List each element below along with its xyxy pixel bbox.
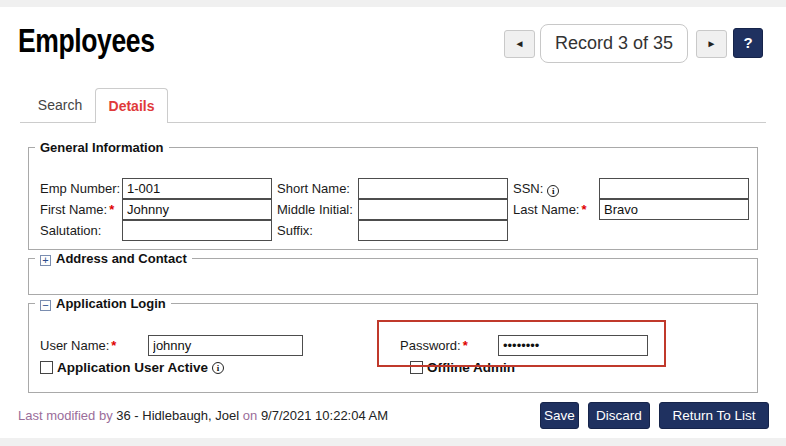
short-name-field[interactable] bbox=[358, 178, 508, 199]
emp-number-field[interactable] bbox=[122, 178, 272, 199]
suffix-field[interactable] bbox=[358, 220, 508, 241]
general-information-grid: Emp Number:* Short Name: SSN:i First Nam… bbox=[29, 155, 757, 241]
password-field[interactable] bbox=[498, 335, 648, 356]
user-name-field[interactable] bbox=[148, 335, 303, 356]
application-login-section: −Application Login User Name:* Password:… bbox=[28, 296, 758, 393]
return-to-list-button[interactable]: Return To List bbox=[659, 402, 769, 429]
required-marker: * bbox=[581, 202, 586, 217]
general-information-legend: General Information bbox=[35, 140, 169, 155]
application-login-grid: User Name:* Password:* bbox=[29, 311, 757, 356]
expand-icon[interactable]: + bbox=[40, 255, 51, 266]
offline-admin-checkbox[interactable] bbox=[410, 361, 423, 374]
application-user-active-label: Application User Active bbox=[57, 360, 208, 375]
required-marker: * bbox=[111, 338, 116, 353]
user-name-label: User Name:* bbox=[40, 335, 148, 353]
first-name-field[interactable] bbox=[122, 199, 272, 220]
required-marker: * bbox=[463, 338, 468, 353]
application-login-legend: −Application Login bbox=[35, 296, 171, 311]
record-counter: Record 3 of 35 bbox=[540, 24, 688, 63]
required-marker: * bbox=[109, 202, 114, 217]
ssn-field[interactable] bbox=[599, 178, 749, 199]
offline-admin-group: Offline Admin bbox=[410, 360, 515, 375]
last-name-field[interactable] bbox=[599, 199, 749, 220]
modified-timestamp: 9/7/2021 10:22:04 AM bbox=[261, 408, 388, 423]
modified-prefix: Last modified by bbox=[18, 408, 113, 423]
first-name-label: First Name:* bbox=[40, 199, 122, 217]
salutation-label: Salutation: bbox=[40, 220, 122, 238]
short-name-label: Short Name: bbox=[277, 178, 358, 196]
middle-initial-field[interactable] bbox=[358, 199, 508, 220]
application-user-active-checkbox[interactable] bbox=[40, 361, 53, 374]
footer-buttons: Save Discard Return To List bbox=[540, 402, 769, 429]
ssn-label: SSN:i bbox=[513, 178, 599, 197]
address-and-contact-section: +Address and Contact bbox=[28, 251, 758, 295]
page-title: Employees bbox=[18, 21, 155, 60]
suffix-label: Suffix: bbox=[277, 220, 358, 238]
salutation-field[interactable] bbox=[122, 220, 272, 241]
address-and-contact-legend: +Address and Contact bbox=[35, 251, 192, 266]
collapse-icon[interactable]: − bbox=[40, 300, 51, 311]
modified-on: on bbox=[243, 408, 257, 423]
middle-initial-label: Middle Initial: bbox=[277, 199, 358, 217]
tab-details[interactable]: Details bbox=[95, 88, 168, 123]
general-information-section: General Information Emp Number:* Short N… bbox=[28, 140, 758, 250]
previous-arrow-icon: ◄ bbox=[515, 38, 525, 49]
next-arrow-icon: ► bbox=[707, 38, 717, 49]
discard-button[interactable]: Discard bbox=[588, 402, 650, 429]
last-name-label: Last Name:* bbox=[513, 199, 599, 217]
offline-admin-label: Offline Admin bbox=[427, 360, 515, 375]
login-checkbox-row: Application User Active i Offline Admin bbox=[40, 360, 757, 375]
help-button[interactable]: ? bbox=[733, 28, 763, 58]
emp-number-label: Emp Number:* bbox=[40, 178, 122, 196]
last-modified-line: Last modified by 36 - Hidlebaugh, Joel o… bbox=[18, 408, 388, 423]
ssn-info-icon[interactable]: i bbox=[547, 185, 559, 197]
employees-page: Employees ◄ Record 3 of 35 ► ? Search De… bbox=[0, 7, 786, 438]
modified-user: 36 - Hidlebaugh, Joel bbox=[116, 408, 239, 423]
save-button[interactable]: Save bbox=[540, 402, 579, 429]
previous-record-button[interactable]: ◄ bbox=[504, 30, 535, 58]
next-record-button[interactable]: ► bbox=[696, 30, 727, 58]
password-label: Password:* bbox=[400, 335, 498, 353]
tab-search[interactable]: Search bbox=[25, 88, 95, 122]
application-user-active-info-icon[interactable]: i bbox=[212, 362, 224, 374]
